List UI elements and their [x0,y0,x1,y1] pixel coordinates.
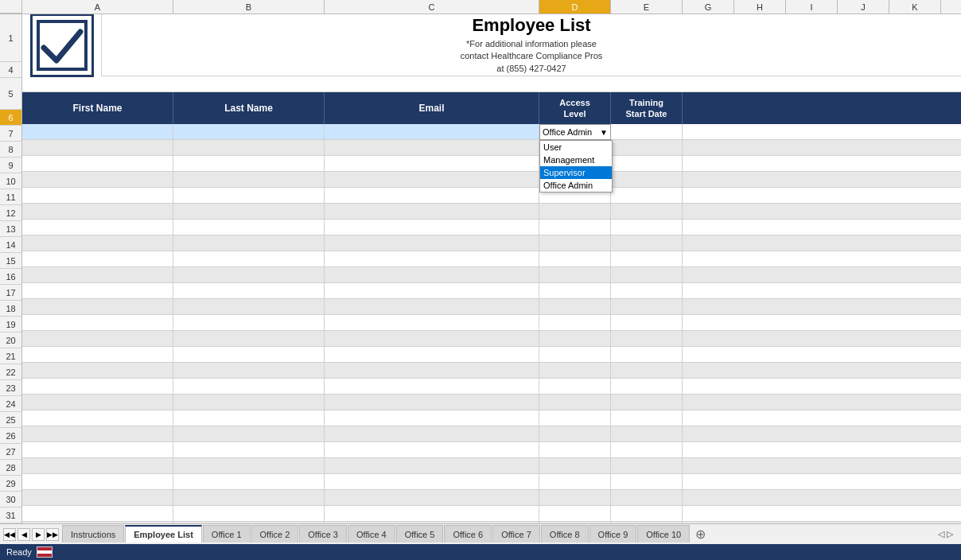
select-all-corner[interactable] [0,0,22,14]
row-num-28[interactable]: 28 [0,460,21,476]
row-num-21[interactable]: 21 [0,348,21,364]
row-num-16[interactable]: 16 [0,269,21,285]
tab-office-7[interactable]: Office 7 [492,525,540,542]
tab-office-6[interactable]: Office 6 [444,525,492,542]
table-row [22,522,961,523]
cell-r6-e[interactable] [611,124,683,139]
tab-office-10[interactable]: Office 10 [637,525,690,542]
row-num-4[interactable]: 4 [0,62,21,78]
cell-r6-b[interactable] [173,124,325,139]
row-num-15[interactable]: 15 [0,253,21,269]
tab-office-3[interactable]: Office 3 [299,525,347,542]
row-num-29[interactable]: 29 [0,476,21,492]
row-num-27[interactable]: 27 [0,444,21,460]
tab-bar: ◀◀ ◀ ▶ ▶▶ Instructions Employee List Off… [0,523,961,544]
table-row [22,458,961,474]
tab-employee-list[interactable]: Employee List [125,525,202,542]
col-header-h[interactable]: H [734,0,786,14]
table-row: Office Admin ▼ User Management Superviso… [22,124,961,140]
tab-office-5[interactable]: Office 5 [396,525,444,542]
row-num-5[interactable]: 5 [0,78,21,110]
title-section: Employee List *For additional informatio… [102,14,961,76]
row-num-19[interactable]: 19 [0,317,21,332]
dropdown-list[interactable]: User Management Supervisor Office Admin [539,140,613,192]
row-num-24[interactable]: 24 [0,396,21,412]
row-num-18[interactable]: 18 [0,301,21,317]
row-num-14[interactable]: 14 [0,237,21,253]
col-header-g[interactable]: G [683,0,734,14]
table-row [22,220,961,235]
row-num-1-3[interactable]: 1 [0,14,21,62]
row-num-17[interactable]: 17 [0,285,21,301]
col-header-l[interactable]: L [941,0,961,14]
dropdown-arrow-icon[interactable]: ▼ [600,128,608,137]
dropdown-selected[interactable]: Office Admin ▼ [539,124,611,140]
table-row [22,395,961,410]
dropdown-option-user[interactable]: User [540,141,612,154]
table-row [22,140,961,156]
nav-next-tab[interactable]: ▶ [32,528,45,541]
col-header-i[interactable]: I [786,0,838,14]
row-num-30[interactable]: 30 [0,492,21,508]
add-sheet-button[interactable]: ⊕ [691,525,710,543]
col-header-e[interactable]: E [611,0,683,14]
data-rows: Office Admin ▼ User Management Superviso… [22,124,961,523]
table-row [22,267,961,283]
row-num-13[interactable]: 13 [0,221,21,237]
logo-area [22,14,102,76]
status-text: Ready [6,547,32,557]
row-num-6[interactable]: 6 [0,110,21,126]
row-num-10[interactable]: 10 [0,173,21,189]
row-num-23[interactable]: 23 [0,380,21,396]
cell[interactable] [22,140,173,155]
tab-office-4[interactable]: Office 4 [348,525,395,542]
table-row [22,204,961,220]
col-header-j[interactable]: J [838,0,889,14]
cell[interactable] [173,140,325,155]
row-num-25[interactable]: 25 [0,412,21,428]
tab-office-9[interactable]: Office 9 [589,525,637,542]
tab-instructions[interactable]: Instructions [62,525,124,542]
scrollbar-icon[interactable]: ◁ ▷ [938,529,953,539]
svg-rect-0 [38,21,86,69]
row-num-11[interactable]: 11 [0,189,21,205]
col-header-k[interactable]: K [889,0,941,14]
table-row [22,490,961,506]
cell [683,140,961,155]
nav-prev-tab[interactable]: ◀ [18,528,30,541]
status-bar: Ready [0,544,961,560]
nav-first-tab[interactable]: ◀◀ [3,528,16,541]
table-row [22,299,961,315]
col-header-c[interactable]: C [325,0,539,14]
row-num-26[interactable]: 26 [0,428,21,444]
col-header-d[interactable]: D [539,0,611,14]
row-num-7[interactable]: 7 [0,126,21,142]
nav-last-tab[interactable]: ▶▶ [46,528,59,541]
tab-office-2[interactable]: Office 2 [251,525,299,542]
logo-box [30,14,94,77]
row-num-20[interactable]: 20 [0,332,21,348]
dropdown-option-office-admin[interactable]: Office Admin [540,179,612,192]
cell[interactable] [611,140,683,155]
table-row [22,347,961,363]
row-num-22[interactable]: 22 [0,364,21,380]
cell[interactable] [325,140,539,155]
col-header-a[interactable]: A [22,0,173,14]
checkmark-logo [34,18,90,73]
row-num-9[interactable]: 9 [0,158,21,173]
tab-office-1[interactable]: Office 1 [203,525,251,542]
dropdown-container[interactable]: Office Admin ▼ User Management Superviso… [539,124,611,140]
row-num-31[interactable]: 31 [0,508,21,523]
row-num-8[interactable]: 8 [0,142,21,158]
cell-r6-c[interactable] [325,124,539,139]
cell-r6-d[interactable]: Office Admin ▼ User Management Superviso… [539,124,611,139]
table-row [22,251,961,267]
dropdown-value: Office Admin [543,127,592,137]
dropdown-option-supervisor[interactable]: Supervisor [540,166,612,179]
tab-office-8[interactable]: Office 8 [541,525,589,542]
col-header-b[interactable]: B [173,0,325,14]
cell-r6-a[interactable] [22,124,173,139]
row-num-12[interactable]: 12 [0,205,21,221]
subtitle: *For additional information please conta… [461,38,603,75]
dropdown-option-management[interactable]: Management [540,154,612,166]
